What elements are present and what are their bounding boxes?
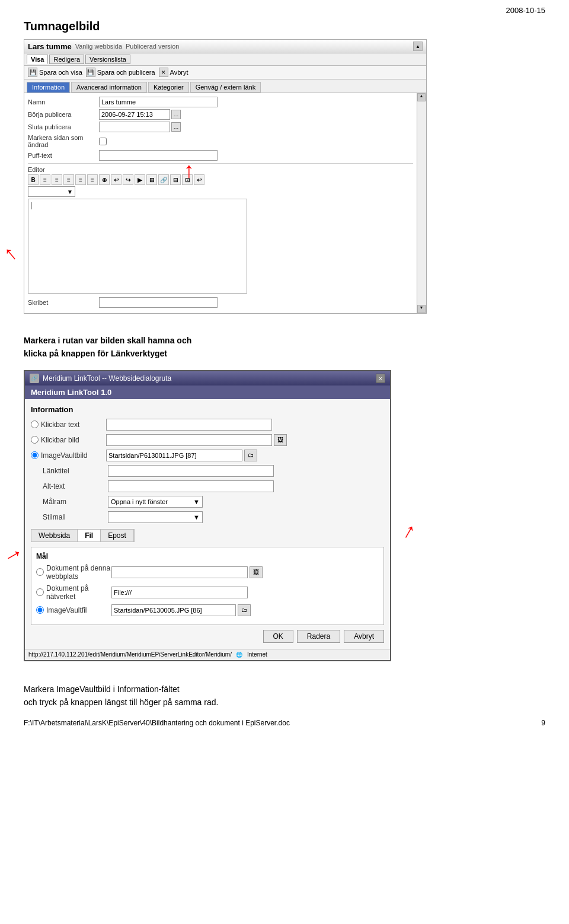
instruction1-block: Markera i rutan var bilden skall hamna o… (24, 334, 545, 361)
label-style: Stilmall (43, 513, 108, 521)
dialog-info-title: Information (31, 405, 384, 414)
browse-imagevault-btn[interactable]: 🗂 (244, 450, 257, 461)
ok-button[interactable]: OK (263, 630, 293, 643)
input-start-publish[interactable] (99, 109, 170, 120)
input-link-title[interactable] (108, 465, 274, 477)
scroll-down-btn[interactable]: ▼ (417, 305, 426, 313)
instruction2-block: Markera ImageVaultbild i Information-fäl… (24, 683, 545, 709)
editor-btn-remove[interactable]: ⊟ (170, 174, 181, 185)
dialog-title-icon: 🔗 (30, 374, 39, 383)
radio-clickable-text[interactable] (31, 420, 39, 428)
cancel-dialog-button[interactable]: Avbryt (344, 630, 384, 643)
scroll-track (417, 101, 426, 305)
editor-btn-undo[interactable]: ↩ (111, 174, 122, 185)
label-imagevault-file: ImageVaultfil (46, 606, 111, 614)
editor-btn-insert[interactable]: ⊕ (99, 174, 110, 185)
browse-image-btn[interactable]: 🖼 (274, 434, 287, 446)
save-publish-label: Spara och publicera (97, 69, 155, 76)
form-row-start-publish: Börja publicera … (28, 109, 413, 120)
tab-shortcut[interactable]: Genväg / extern länk (190, 82, 261, 93)
browse-doc-website-btn[interactable]: 🖼 (250, 566, 263, 578)
start-publish-browse-btn[interactable]: … (171, 110, 181, 119)
tab-information[interactable]: Information (27, 82, 70, 93)
input-skribet[interactable] (99, 297, 218, 308)
tab-email[interactable]: Epost (101, 530, 134, 541)
editor-btn-table[interactable]: ⊞ (146, 174, 157, 185)
label-clickable-image: Klickbar bild (41, 436, 106, 444)
editor-dropdown[interactable]: ▼ (28, 186, 75, 197)
form-row-name: Namn (28, 97, 413, 107)
select-target[interactable]: Öppna i nytt fönster ▼ (108, 496, 203, 508)
label-imagevault: ImageVaultbild (41, 451, 106, 460)
label-doc-network: Dokument på nätverket (46, 584, 111, 601)
dialog-titlebar: 🔗 Meridium LinkTool -- Webbsidedialogrut… (25, 371, 390, 385)
episerver-page-type: Vanlig webbsida (75, 43, 122, 50)
radio-doc-network[interactable] (36, 588, 44, 596)
editor-toolbar: B ≡ ≡ ≡ ≡ ≡ ⊕ ↩ ↪ ▶ ⊞ 🔗 ⊟ (28, 174, 413, 185)
label-clickable-text: Klickbar text (41, 420, 106, 429)
linktool-dialog: 🔗 Meridium LinkTool -- Webbsidedialogrut… (24, 370, 391, 661)
input-clickable-text[interactable] (106, 419, 272, 431)
internet-icon: 🌐 (235, 651, 244, 659)
label-skribet: Skribet (28, 299, 99, 306)
radio-clickable-image[interactable] (31, 436, 39, 444)
input-alt-text[interactable] (108, 480, 274, 492)
episerver-scrollbar-btn[interactable]: ▲ (413, 42, 423, 51)
editor-btn-align-center[interactable]: ≡ (75, 174, 86, 185)
input-name[interactable] (99, 97, 218, 107)
scroll-up-btn[interactable]: ▲ (417, 93, 426, 101)
form-area: Namn Börja publicera … Sluta publicera … (24, 93, 417, 313)
tab-edit[interactable]: Redigera (49, 55, 84, 64)
tab-website[interactable]: Webbsida (31, 530, 78, 541)
input-puff[interactable] (99, 150, 218, 161)
select-style[interactable]: ▼ (108, 511, 203, 523)
footer-path: F:\IT\Arbetsmaterial\LarsK\EpiServer\40\… (24, 719, 290, 727)
episerver-window-wrapper: Lars tumme Vanlig webbsida Publicerad ve… (24, 39, 427, 324)
browse-imagevault-file-btn[interactable]: 🗂 (238, 604, 251, 616)
editor-btn-redo[interactable]: ↪ (123, 174, 133, 185)
end-publish-browse-btn[interactable]: … (171, 122, 181, 132)
input-doc-website[interactable] (111, 566, 248, 578)
editor-btn-link[interactable]: 🔗 (158, 174, 169, 185)
label-changed: Markera sidan som ändrad (28, 134, 99, 148)
tab-advanced[interactable]: Avancerad information (71, 82, 147, 93)
tab-versions[interactable]: Versionslista (85, 55, 130, 64)
editor-btn-list2[interactable]: ≡ (52, 174, 62, 185)
date-header: 2008-10-15 (24, 6, 545, 15)
dialog-body: Information Klickbar text Klickbar bild … (25, 399, 390, 649)
input-clickable-image[interactable] (106, 434, 272, 446)
checkbox-changed[interactable] (99, 138, 107, 145)
dialog-row-imagevault-file: ImageVaultfil 🗂 (36, 604, 379, 616)
save-publish-button[interactable]: 💾 Spara och publicera (86, 68, 155, 77)
editor-btn-bold[interactable]: B (28, 174, 39, 185)
input-imagevault-file[interactable] (111, 604, 236, 616)
input-doc-network[interactable] (111, 587, 248, 598)
input-imagevault[interactable] (106, 450, 242, 461)
editor-btn-list1[interactable]: ≡ (40, 174, 50, 185)
editor-text-area[interactable] (28, 199, 247, 294)
dialog-row-imagevault: ImageVaultbild 🗂 (31, 450, 384, 461)
footer: F:\IT\Arbetsmaterial\LarsK\EpiServer\40\… (24, 719, 545, 727)
form-row-changed: Markera sidan som ändrad (28, 134, 413, 148)
editor-btn-play[interactable]: ▶ (135, 174, 145, 185)
episerver-body: Namn Börja publicera … Sluta publicera … (24, 93, 426, 313)
instruction2-text: Markera ImageVaultbild i Information-fäl… (24, 683, 545, 709)
radio-imagevault-file[interactable] (36, 606, 44, 614)
save-view-button[interactable]: 💾 Spara och visa (28, 68, 82, 77)
form-row-skribet: Skribet (28, 297, 413, 308)
radio-imagevault[interactable] (31, 451, 39, 459)
input-end-publish[interactable] (99, 122, 170, 132)
editor-btn-align-right[interactable]: ≡ (87, 174, 98, 185)
tab-categories[interactable]: Kategorier (148, 82, 189, 93)
dialog-title-text: Meridium LinkTool -- Webbsidedialogruta (43, 374, 171, 383)
radio-doc-website[interactable] (36, 568, 44, 576)
delete-button[interactable]: Radera (297, 630, 340, 643)
editor-btn-undo2[interactable]: ↩ (194, 174, 204, 185)
cancel-button[interactable]: ✕ Avbryt (159, 68, 188, 77)
tab-file[interactable]: Fil (78, 530, 101, 541)
editor-btn-align-left[interactable]: ≡ (63, 174, 74, 185)
episerver-scrollbar[interactable]: ▲ ▼ (417, 93, 426, 313)
dialog-close-btn[interactable]: × (376, 374, 385, 383)
tab-view[interactable]: Visa (27, 55, 48, 64)
dialog-tabs-container: Webbsida Fil Epost Mål Dokument på denna… (31, 529, 384, 625)
